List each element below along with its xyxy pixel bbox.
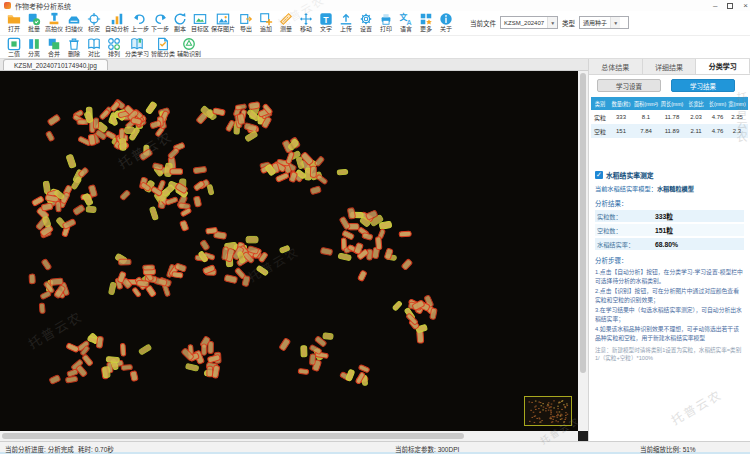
calibration-label: 当前标定参数: [395, 446, 436, 453]
learning-settings-button[interactable]: 学习设置 [597, 79, 661, 92]
result-value: 333粒 [655, 211, 673, 221]
current-file-label: 当前文件 [470, 18, 496, 28]
toolbar-button-append[interactable]: 追加 [256, 12, 276, 33]
file-tab[interactable]: KZSM_20240710174940.jpg [3, 59, 108, 70]
toolbar-button-label: 对比 [88, 51, 100, 58]
toolbar-button-merge[interactable]: 合并 [44, 37, 64, 58]
close-button[interactable]: × [743, 1, 748, 10]
toolbar-button-calibrate[interactable]: 标定 [84, 12, 104, 33]
class-learn-icon [130, 37, 144, 51]
toolbar-button-label: 扫描仪 [65, 26, 83, 33]
rice-setting-rate-checkbox[interactable]: ✓ [595, 171, 603, 179]
document-tab-bar: KZSM_20240710174940.jpg [0, 59, 588, 71]
toolbar-button-move[interactable]: 移动 [296, 12, 316, 33]
toolbar-button-more[interactable]: 更多 [416, 12, 436, 33]
maximize-button[interactable] [727, 3, 733, 9]
settings-icon [359, 12, 373, 26]
result-label: 实粒数： [597, 212, 655, 221]
result-row: 空粒数：151粒 [595, 224, 744, 236]
table-row[interactable]: 空粒1517.8411.892.114.762.3 [591, 124, 748, 138]
result-row: 水稻结实率：68.80% [595, 238, 744, 250]
calibrate-icon [87, 12, 101, 26]
table-row[interactable]: 实粒3338.111.782.034.762.35 [591, 110, 748, 124]
toolbar-button-label: 打印 [380, 26, 392, 33]
toolbar-button-measure[interactable]: 测量 [276, 12, 296, 33]
toolbar-button-prev-step[interactable]: 上一步 [130, 12, 150, 33]
toolbar-button-duplicate[interactable]: 副本 [170, 12, 190, 33]
toolbar-button-open[interactable]: 打开 [4, 12, 24, 33]
toolbar-button-next-step[interactable]: 下一步 [150, 12, 170, 33]
delete-icon [67, 37, 81, 51]
toolbar-button-target-area[interactable]: 目标区 [190, 12, 210, 33]
minimize-button[interactable]: – [713, 1, 717, 10]
toolbar-button-settings[interactable]: 设置 [356, 12, 376, 33]
analysis-steps: 1.点击【自动分析】按钮，在分类学习-学习设置-模型栏中可选择待分析的水稻类别。… [595, 268, 744, 343]
analysis-step: 4.如果该水稻品种识别效果不理想，可手动筛选出若干该品种实粒和空粒，用于新建水稻… [595, 325, 744, 343]
open-icon [7, 12, 21, 26]
toolbar-button-batch[interactable]: 批量 [24, 12, 44, 33]
vertical-scrollbar[interactable] [578, 71, 588, 431]
toolbar-button-label: 移动 [300, 26, 312, 33]
toolbar-button-binary[interactable]: 二值 [4, 37, 24, 58]
table-header-row: 类别数量(粒)面积(mm²)周长(mm)长宽比长(mm)宽(mm) [591, 97, 748, 110]
toolbar-button-class-learn[interactable]: 分类学习 [124, 37, 150, 58]
toolbar-button-separate[interactable]: 分离 [24, 37, 44, 58]
tab-overall-results[interactable]: 总体结果 [589, 59, 643, 74]
toolbar-button-label: 合并 [48, 51, 60, 58]
toolbar-button-about[interactable]: 关于 [436, 12, 456, 33]
toolbar-button-label: 排列 [108, 51, 120, 58]
toolbar-button-auto-analyze[interactable]: 自动分析 [104, 12, 130, 33]
toolbar-button-save-image[interactable]: 保存图片 [210, 12, 236, 33]
seed-image-canvas[interactable] [0, 71, 578, 431]
tab-detailed-results[interactable]: 详细结果 [643, 59, 697, 74]
result-row: 实粒数：333粒 [595, 210, 744, 222]
tab-classification-learning[interactable]: 分类学习 [696, 59, 750, 74]
svg-text:T: T [323, 15, 329, 25]
type-value: 通用种子 [580, 18, 610, 27]
toolbar-button-smart-classify[interactable]: 智能分类 [150, 37, 176, 58]
toolbar-button-scanner[interactable]: 扫描仪 [64, 12, 84, 33]
learning-results-button[interactable]: 学习结果 [671, 79, 735, 92]
result-value: 151粒 [655, 225, 673, 235]
progress-value: 分析完成 [48, 446, 74, 453]
model-note: 注意：新建模型时请将类别1设置为实粒，水稻结实率=类别1/（实粒+空粒）*100… [595, 346, 744, 363]
horizontal-scrollbar[interactable] [0, 431, 578, 441]
toolbar-button-label: 自动分析 [105, 26, 129, 33]
analysis-step: 2.点击【识别】按钮，可在分析图片中通过对应颜色查看实粒和空粒的识别效果； [595, 287, 744, 305]
analysis-step: 3.在学习结果中（勾选水稻结实率测定），可自动分析出水稻结实率； [595, 306, 744, 324]
toolbar-button-delete[interactable]: 删除 [64, 37, 84, 58]
toolbar-button-label: 副本 [174, 26, 186, 33]
toolbar-button-compare[interactable]: 对比 [84, 37, 104, 58]
overview-thumbnail[interactable] [524, 396, 572, 426]
toolbar-button-text[interactable]: T文字 [316, 12, 336, 33]
duplicate-icon [173, 12, 187, 26]
toolbar-button-doc-camera[interactable]: 高拍仪 [44, 12, 64, 33]
progress-label: 当前分析进度: [5, 446, 46, 453]
type-dropdown[interactable]: 通用种子 ▼ [579, 16, 629, 29]
upload-icon [339, 12, 353, 26]
print-icon [379, 12, 393, 26]
toolbar-button-label: 标定 [88, 26, 100, 33]
next-step-icon [153, 12, 167, 26]
toolbar-button-label: 文字 [320, 26, 332, 33]
prev-step-icon [133, 12, 147, 26]
toolbar-button-export[interactable]: 导出 [236, 12, 256, 33]
toolbar-button-label: 关于 [440, 26, 452, 33]
zoom-label: 当前缩放比例: [640, 446, 681, 453]
toolbar-button-arrange[interactable]: 排列 [104, 37, 124, 58]
window-title: 作物考种分析系统 [15, 1, 71, 11]
toolbar-button-language[interactable]: 文A语言 [396, 12, 416, 33]
toolbar-button-upload[interactable]: 上传 [336, 12, 356, 33]
results-title: 分析结果： [595, 198, 744, 208]
doc-camera-icon [47, 12, 61, 26]
status-bar: 当前分析进度: 分析完成 耗时: 0.70秒 当前标定参数: 300DPI 当前… [0, 441, 750, 454]
append-icon [259, 12, 273, 26]
toolbar-button-print[interactable]: 打印 [376, 12, 396, 33]
current-file-dropdown[interactable]: KZSM_202407 ▼ [500, 16, 558, 29]
result-label: 空粒数： [597, 226, 655, 235]
title-bar: 作物考种分析系统 – × [0, 0, 750, 11]
toolbar-button-assist-recognize[interactable]: 辅助识别 [176, 37, 202, 58]
time-value: 0.70秒 [95, 446, 114, 453]
toolbar-button-label: 批量 [28, 26, 40, 33]
toolbar-button-label: 上一步 [131, 26, 149, 33]
